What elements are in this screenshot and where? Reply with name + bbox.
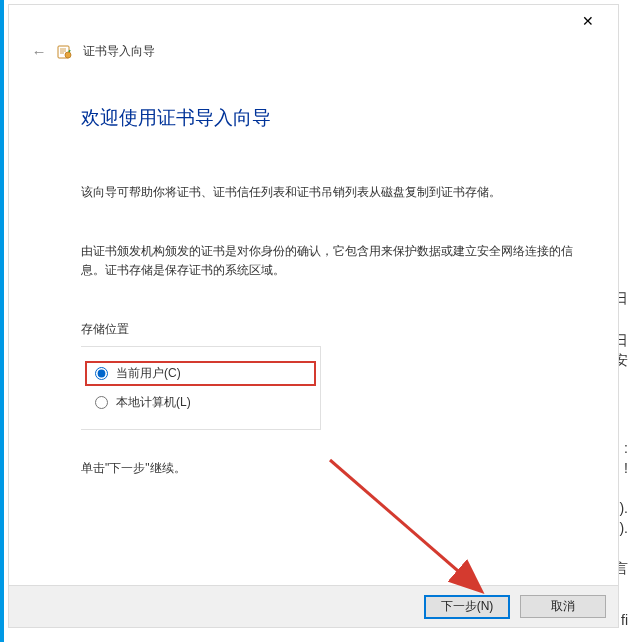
behind-char: ). [619, 500, 628, 516]
behind-window-accent [0, 0, 4, 642]
page-heading: 欢迎使用证书导入向导 [81, 105, 578, 131]
storage-location-label: 存储位置 [81, 321, 578, 338]
back-arrow-icon[interactable]: ← [31, 44, 47, 60]
behind-char: fi [621, 612, 628, 628]
behind-char: ! [624, 460, 628, 476]
svg-point-4 [65, 52, 71, 58]
next-button[interactable]: 下一步(N) [424, 595, 510, 619]
certificate-icon [57, 44, 73, 60]
close-icon: ✕ [582, 14, 594, 28]
continue-hint: 单击"下一步"继续。 [81, 460, 578, 477]
title-bar: ✕ [9, 5, 618, 35]
radio-current-user[interactable] [95, 367, 108, 380]
radio-local-machine-label: 本地计算机(L) [116, 394, 191, 411]
storage-location-group: 当前用户(C) 本地计算机(L) [81, 346, 321, 430]
intro-paragraph-2: 由证书颁发机构颁发的证书是对你身份的确认，它包含用来保护数据或建立安全网络连接的… [81, 242, 578, 280]
intro-paragraph-1: 该向导可帮助你将证书、证书信任列表和证书吊销列表从磁盘复制到证书存储。 [81, 183, 578, 202]
radio-current-user-label: 当前用户(C) [116, 365, 181, 382]
wizard-dialog: ✕ ← 证书导入向导 欢迎使用证书导入向导 该向导可帮助你将证书、证书信任列表和… [8, 4, 619, 628]
main-content: 欢迎使用证书导入向导 该向导可帮助你将证书、证书信任列表和证书吊销列表从磁盘复制… [81, 105, 578, 477]
wizard-title: 证书导入向导 [83, 43, 155, 60]
radio-local-machine[interactable] [95, 396, 108, 409]
behind-char: : [624, 440, 628, 456]
button-bar: 下一步(N) 取消 [9, 585, 618, 627]
cancel-button[interactable]: 取消 [520, 595, 606, 618]
header-row: ← 证书导入向导 [31, 43, 155, 60]
radio-local-machine-row[interactable]: 本地计算机(L) [81, 388, 320, 417]
radio-current-user-row[interactable]: 当前用户(C) [85, 361, 316, 386]
close-button[interactable]: ✕ [566, 9, 610, 33]
behind-char: ). [619, 520, 628, 536]
